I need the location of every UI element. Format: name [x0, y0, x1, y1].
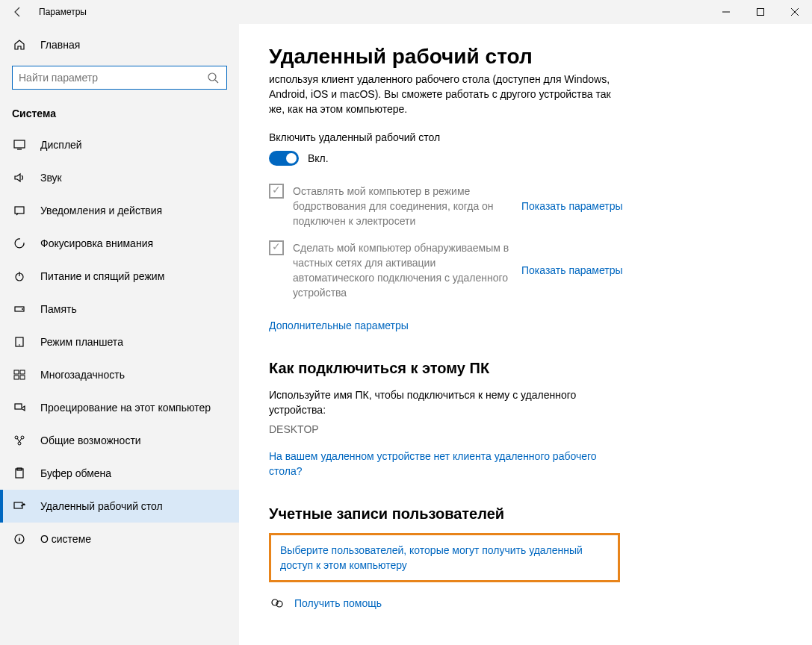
- enable-label: Включить удаленный рабочий стол: [269, 131, 782, 143]
- sidebar-item-notifications[interactable]: Уведомления и действия: [0, 194, 239, 227]
- sidebar-item-label: Многозадачность: [40, 369, 125, 381]
- keep-awake-show-settings-link[interactable]: Показать параметры: [521, 200, 623, 212]
- svg-rect-13: [15, 404, 22, 409]
- svg-rect-12: [20, 376, 25, 379]
- sidebar-item-multitask[interactable]: Многозадачность: [0, 358, 239, 391]
- svg-rect-0: [757, 9, 764, 16]
- sidebar-item-label: Буфер обмена: [40, 467, 111, 479]
- get-help-link[interactable]: Получить помощь: [294, 596, 382, 611]
- storage-icon: [12, 303, 27, 315]
- sidebar-item-clipboard[interactable]: Буфер обмена: [0, 457, 239, 490]
- svg-point-8: [19, 344, 20, 346]
- connect-heading: Как подключиться к этому ПК: [269, 360, 782, 377]
- page-title: Удаленный рабочий стол: [269, 45, 782, 69]
- help-icon: [269, 596, 285, 610]
- sidebar-item-label: О системе: [40, 533, 91, 545]
- enable-toggle[interactable]: [269, 151, 299, 166]
- sidebar-item-tablet[interactable]: Режим планшета: [0, 325, 239, 358]
- select-users-highlight: Выберите пользователей, которые могут по…: [269, 533, 620, 582]
- search-icon: [205, 72, 220, 84]
- svg-rect-10: [20, 370, 25, 374]
- main-content: Удаленный рабочий стол используя клиент …: [239, 24, 812, 645]
- search-input[interactable]: [19, 72, 205, 84]
- discoverable-checkbox[interactable]: [269, 240, 284, 255]
- projecting-icon: [12, 402, 27, 414]
- shared-icon: [12, 434, 27, 446]
- pc-name: DESKTOP: [269, 423, 782, 435]
- select-users-link[interactable]: Выберите пользователей, которые могут по…: [280, 543, 609, 573]
- svg-point-16: [18, 442, 21, 445]
- notifications-icon: [12, 205, 27, 216]
- focus-icon: [12, 237, 27, 249]
- home-icon: [12, 39, 27, 51]
- client-missing-link[interactable]: На вашем удаленном устройстве нет клиент…: [269, 449, 613, 479]
- sidebar-item-shared[interactable]: Общие возможности: [0, 424, 239, 457]
- svg-rect-2: [14, 140, 25, 148]
- discoverable-text: Сделать мой компьютер обнаруживаемым в ч…: [293, 240, 509, 300]
- sidebar-item-label: Питание и спящий режим: [40, 270, 164, 282]
- clipboard-icon: [12, 467, 27, 479]
- about-icon: [12, 533, 27, 545]
- sidebar-item-remote-desktop[interactable]: Удаленный рабочий стол: [0, 490, 239, 523]
- display-icon: [12, 139, 27, 151]
- window-title: Параметры: [36, 7, 87, 17]
- minimize-button[interactable]: [709, 0, 743, 24]
- keep-awake-text: Оставлять мой компьютер в режиме бодрств…: [293, 184, 509, 228]
- back-button[interactable]: [0, 0, 36, 24]
- advanced-settings-link[interactable]: Дополнительные параметры: [269, 318, 409, 333]
- sidebar-item-label: Звук: [40, 172, 62, 184]
- search-box[interactable]: [12, 66, 227, 90]
- sidebar-section: Система: [0, 102, 239, 128]
- sidebar-item-storage[interactable]: Память: [0, 293, 239, 325]
- sidebar-item-projecting[interactable]: Проецирование на этот компьютер: [0, 391, 239, 424]
- sidebar-item-label: Режим планшета: [40, 336, 123, 348]
- svg-rect-9: [14, 370, 19, 374]
- sidebar-item-focus[interactable]: Фокусировка внимания: [0, 227, 239, 260]
- maximize-button[interactable]: [743, 0, 778, 24]
- close-button[interactable]: [778, 0, 812, 24]
- tablet-icon: [12, 336, 27, 348]
- sidebar-item-power[interactable]: Питание и спящий режим: [0, 260, 239, 293]
- sidebar-item-label: Общие возможности: [40, 434, 141, 446]
- sidebar-item-about[interactable]: О системе: [0, 523, 239, 555]
- titlebar: Параметры: [0, 0, 812, 24]
- accounts-heading: Учетные записи пользователей: [269, 505, 782, 523]
- sidebar-item-label: Фокусировка внимания: [40, 237, 153, 249]
- sidebar-item-label: Проецирование на этот компьютер: [40, 402, 211, 414]
- svg-point-6: [22, 308, 23, 310]
- sidebar-item-label: Дисплей: [40, 139, 82, 151]
- keep-awake-checkbox[interactable]: [269, 184, 284, 199]
- multitask-icon: [12, 369, 27, 381]
- toggle-state-label: Вкл.: [308, 152, 329, 164]
- power-icon: [12, 270, 27, 282]
- sidebar-item-label: Память: [40, 303, 77, 315]
- sidebar-item-label: Уведомления и действия: [40, 205, 162, 216]
- svg-point-1: [208, 73, 216, 81]
- sidebar: Главная Система Дисплей Звук Уведомления…: [0, 24, 239, 645]
- sound-icon: [12, 172, 27, 184]
- svg-rect-3: [15, 207, 24, 214]
- home-label: Главная: [40, 39, 80, 51]
- svg-rect-11: [14, 376, 19, 379]
- home-link[interactable]: Главная: [0, 30, 239, 60]
- sidebar-item-label: Удаленный рабочий стол: [40, 500, 163, 512]
- page-description: используя клиент удаленного рабочего сто…: [269, 72, 627, 116]
- remote-desktop-icon: [12, 500, 27, 512]
- sidebar-item-sound[interactable]: Звук: [0, 161, 239, 194]
- svg-rect-19: [14, 502, 22, 508]
- connect-description: Используйте имя ПК, чтобы подключиться к…: [269, 387, 627, 417]
- discoverable-show-settings-link[interactable]: Показать параметры: [521, 264, 623, 276]
- sidebar-item-display[interactable]: Дисплей: [0, 128, 239, 161]
